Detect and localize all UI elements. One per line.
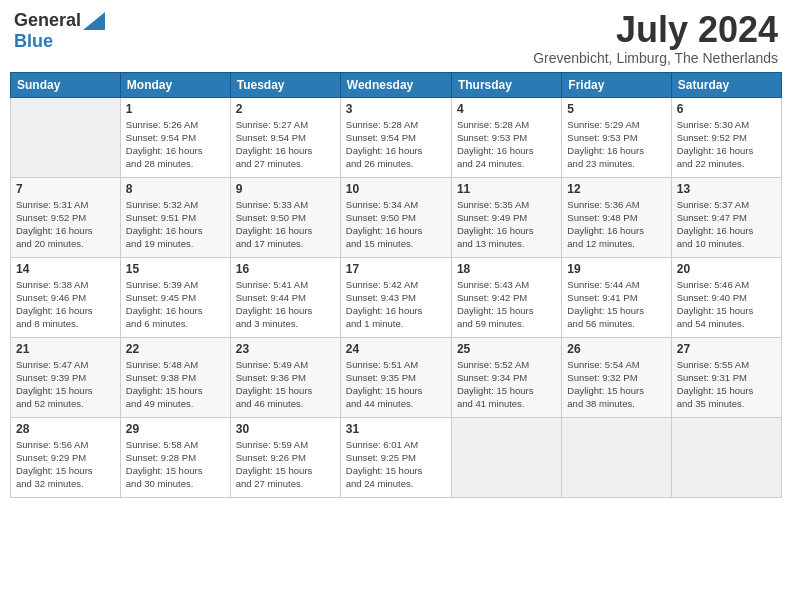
calendar-cell: 16Sunrise: 5:41 AMSunset: 9:44 PMDayligh…	[230, 257, 340, 337]
calendar-cell: 7Sunrise: 5:31 AMSunset: 9:52 PMDaylight…	[11, 177, 121, 257]
calendar-cell: 19Sunrise: 5:44 AMSunset: 9:41 PMDayligh…	[562, 257, 671, 337]
cell-info: Sunrise: 5:32 AMSunset: 9:51 PMDaylight:…	[126, 198, 225, 251]
cell-info: Sunrise: 5:41 AMSunset: 9:44 PMDaylight:…	[236, 278, 335, 331]
calendar-cell: 11Sunrise: 5:35 AMSunset: 9:49 PMDayligh…	[451, 177, 561, 257]
day-number: 17	[346, 262, 446, 276]
month-title: July 2024	[533, 10, 778, 50]
calendar-cell: 23Sunrise: 5:49 AMSunset: 9:36 PMDayligh…	[230, 337, 340, 417]
day-number: 15	[126, 262, 225, 276]
day-number: 20	[677, 262, 776, 276]
cell-info: Sunrise: 5:30 AMSunset: 9:52 PMDaylight:…	[677, 118, 776, 171]
day-number: 11	[457, 182, 556, 196]
cell-info: Sunrise: 5:55 AMSunset: 9:31 PMDaylight:…	[677, 358, 776, 411]
cell-info: Sunrise: 6:01 AMSunset: 9:25 PMDaylight:…	[346, 438, 446, 491]
day-number: 28	[16, 422, 115, 436]
calendar-table: SundayMondayTuesdayWednesdayThursdayFrid…	[10, 72, 782, 498]
day-number: 13	[677, 182, 776, 196]
day-number: 8	[126, 182, 225, 196]
calendar-cell: 28Sunrise: 5:56 AMSunset: 9:29 PMDayligh…	[11, 417, 121, 497]
calendar-cell	[11, 97, 121, 177]
header-thursday: Thursday	[451, 72, 561, 97]
header-wednesday: Wednesday	[340, 72, 451, 97]
cell-info: Sunrise: 5:27 AMSunset: 9:54 PMDaylight:…	[236, 118, 335, 171]
cell-info: Sunrise: 5:33 AMSunset: 9:50 PMDaylight:…	[236, 198, 335, 251]
day-number: 1	[126, 102, 225, 116]
header-saturday: Saturday	[671, 72, 781, 97]
cell-info: Sunrise: 5:49 AMSunset: 9:36 PMDaylight:…	[236, 358, 335, 411]
calendar-cell: 6Sunrise: 5:30 AMSunset: 9:52 PMDaylight…	[671, 97, 781, 177]
header-friday: Friday	[562, 72, 671, 97]
day-number: 10	[346, 182, 446, 196]
cell-info: Sunrise: 5:58 AMSunset: 9:28 PMDaylight:…	[126, 438, 225, 491]
day-number: 31	[346, 422, 446, 436]
day-number: 4	[457, 102, 556, 116]
svg-marker-0	[83, 12, 105, 30]
calendar-cell: 27Sunrise: 5:55 AMSunset: 9:31 PMDayligh…	[671, 337, 781, 417]
day-number: 7	[16, 182, 115, 196]
week-row-2: 14Sunrise: 5:38 AMSunset: 9:46 PMDayligh…	[11, 257, 782, 337]
cell-info: Sunrise: 5:37 AMSunset: 9:47 PMDaylight:…	[677, 198, 776, 251]
cell-info: Sunrise: 5:31 AMSunset: 9:52 PMDaylight:…	[16, 198, 115, 251]
calendar-cell: 17Sunrise: 5:42 AMSunset: 9:43 PMDayligh…	[340, 257, 451, 337]
calendar-cell: 4Sunrise: 5:28 AMSunset: 9:53 PMDaylight…	[451, 97, 561, 177]
cell-info: Sunrise: 5:38 AMSunset: 9:46 PMDaylight:…	[16, 278, 115, 331]
calendar-cell: 9Sunrise: 5:33 AMSunset: 9:50 PMDaylight…	[230, 177, 340, 257]
day-number: 19	[567, 262, 665, 276]
cell-info: Sunrise: 5:48 AMSunset: 9:38 PMDaylight:…	[126, 358, 225, 411]
cell-info: Sunrise: 5:42 AMSunset: 9:43 PMDaylight:…	[346, 278, 446, 331]
calendar-cell: 18Sunrise: 5:43 AMSunset: 9:42 PMDayligh…	[451, 257, 561, 337]
calendar-cell	[671, 417, 781, 497]
week-row-3: 21Sunrise: 5:47 AMSunset: 9:39 PMDayligh…	[11, 337, 782, 417]
calendar-cell: 21Sunrise: 5:47 AMSunset: 9:39 PMDayligh…	[11, 337, 121, 417]
cell-info: Sunrise: 5:36 AMSunset: 9:48 PMDaylight:…	[567, 198, 665, 251]
week-row-0: 1Sunrise: 5:26 AMSunset: 9:54 PMDaylight…	[11, 97, 782, 177]
location: Grevenbicht, Limburg, The Netherlands	[533, 50, 778, 66]
cell-info: Sunrise: 5:47 AMSunset: 9:39 PMDaylight:…	[16, 358, 115, 411]
cell-info: Sunrise: 5:39 AMSunset: 9:45 PMDaylight:…	[126, 278, 225, 331]
cell-info: Sunrise: 5:28 AMSunset: 9:53 PMDaylight:…	[457, 118, 556, 171]
day-number: 30	[236, 422, 335, 436]
logo-general: General	[14, 10, 81, 31]
logo: General Blue	[14, 10, 105, 52]
cell-info: Sunrise: 5:54 AMSunset: 9:32 PMDaylight:…	[567, 358, 665, 411]
day-number: 3	[346, 102, 446, 116]
calendar-cell: 10Sunrise: 5:34 AMSunset: 9:50 PMDayligh…	[340, 177, 451, 257]
day-number: 24	[346, 342, 446, 356]
logo-icon	[83, 12, 105, 30]
calendar-cell	[562, 417, 671, 497]
calendar-cell: 14Sunrise: 5:38 AMSunset: 9:46 PMDayligh…	[11, 257, 121, 337]
day-number: 27	[677, 342, 776, 356]
calendar-cell: 30Sunrise: 5:59 AMSunset: 9:26 PMDayligh…	[230, 417, 340, 497]
calendar-cell: 22Sunrise: 5:48 AMSunset: 9:38 PMDayligh…	[120, 337, 230, 417]
day-number: 16	[236, 262, 335, 276]
calendar-cell: 5Sunrise: 5:29 AMSunset: 9:53 PMDaylight…	[562, 97, 671, 177]
cell-info: Sunrise: 5:59 AMSunset: 9:26 PMDaylight:…	[236, 438, 335, 491]
calendar-cell: 24Sunrise: 5:51 AMSunset: 9:35 PMDayligh…	[340, 337, 451, 417]
calendar-cell: 29Sunrise: 5:58 AMSunset: 9:28 PMDayligh…	[120, 417, 230, 497]
day-number: 29	[126, 422, 225, 436]
cell-info: Sunrise: 5:26 AMSunset: 9:54 PMDaylight:…	[126, 118, 225, 171]
cell-info: Sunrise: 5:46 AMSunset: 9:40 PMDaylight:…	[677, 278, 776, 331]
calendar-cell: 25Sunrise: 5:52 AMSunset: 9:34 PMDayligh…	[451, 337, 561, 417]
week-row-1: 7Sunrise: 5:31 AMSunset: 9:52 PMDaylight…	[11, 177, 782, 257]
cell-info: Sunrise: 5:56 AMSunset: 9:29 PMDaylight:…	[16, 438, 115, 491]
page-header: General Blue July 2024 Grevenbicht, Limb…	[10, 10, 782, 66]
cell-info: Sunrise: 5:29 AMSunset: 9:53 PMDaylight:…	[567, 118, 665, 171]
cell-info: Sunrise: 5:28 AMSunset: 9:54 PMDaylight:…	[346, 118, 446, 171]
calendar-cell: 2Sunrise: 5:27 AMSunset: 9:54 PMDaylight…	[230, 97, 340, 177]
calendar-cell: 15Sunrise: 5:39 AMSunset: 9:45 PMDayligh…	[120, 257, 230, 337]
calendar-cell: 1Sunrise: 5:26 AMSunset: 9:54 PMDaylight…	[120, 97, 230, 177]
title-block: July 2024 Grevenbicht, Limburg, The Neth…	[533, 10, 778, 66]
calendar-cell: 13Sunrise: 5:37 AMSunset: 9:47 PMDayligh…	[671, 177, 781, 257]
header-row: SundayMondayTuesdayWednesdayThursdayFrid…	[11, 72, 782, 97]
logo-blue: Blue	[14, 31, 53, 52]
calendar-cell: 20Sunrise: 5:46 AMSunset: 9:40 PMDayligh…	[671, 257, 781, 337]
day-number: 9	[236, 182, 335, 196]
day-number: 6	[677, 102, 776, 116]
day-number: 25	[457, 342, 556, 356]
header-sunday: Sunday	[11, 72, 121, 97]
calendar-cell	[451, 417, 561, 497]
day-number: 26	[567, 342, 665, 356]
day-number: 5	[567, 102, 665, 116]
cell-info: Sunrise: 5:43 AMSunset: 9:42 PMDaylight:…	[457, 278, 556, 331]
